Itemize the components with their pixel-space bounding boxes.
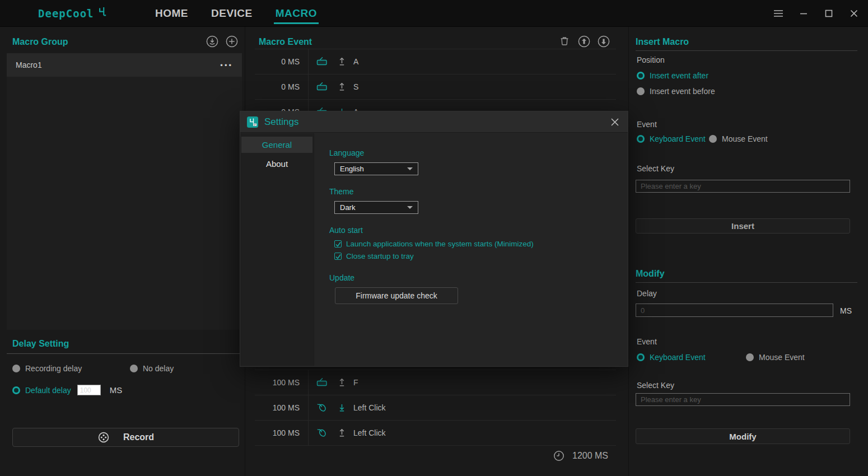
close-icon[interactable] bbox=[848, 7, 860, 20]
logo-mark-icon bbox=[98, 5, 107, 22]
keyboard-icon bbox=[315, 376, 330, 390]
key-press-icon bbox=[338, 106, 347, 111]
checkbox-close-to-tray[interactable]: Close startup to tray bbox=[334, 252, 414, 260]
event-key-label: Left Click bbox=[353, 403, 386, 412]
event-delay: 100 MS bbox=[255, 403, 300, 412]
add-macro-icon[interactable] bbox=[225, 35, 239, 48]
nav-tab-device[interactable]: DEVICE bbox=[211, 7, 253, 20]
more-options-icon[interactable]: ••• bbox=[220, 61, 233, 69]
macro-event-row[interactable]: 100 MS F bbox=[255, 370, 616, 395]
macro-event-row[interactable]: 0 MS A bbox=[255, 100, 616, 111]
insert-macro-title: Insert Macro bbox=[636, 37, 689, 47]
radio-no-delay[interactable]: No delay bbox=[130, 364, 174, 373]
radio-label: Recording delay bbox=[25, 364, 82, 373]
checkbox-label: Close startup to tray bbox=[346, 252, 414, 260]
radio-mouse-event-modify[interactable]: Mouse Event bbox=[746, 353, 805, 362]
nav-tab-macro[interactable]: MACRO bbox=[276, 7, 317, 20]
keyboard-icon bbox=[315, 55, 330, 69]
radio-insert-event-after[interactable]: Insert event after bbox=[637, 71, 708, 80]
event-label: Event bbox=[637, 120, 657, 129]
macro-event-row[interactable]: 0 MS S bbox=[255, 74, 616, 100]
total-duration-value: 1200 MS bbox=[572, 451, 608, 461]
maximize-icon[interactable] bbox=[823, 7, 835, 20]
divider bbox=[636, 50, 857, 51]
dialog-close-icon[interactable] bbox=[609, 116, 621, 128]
event-key-label: A bbox=[353, 57, 358, 66]
move-event-down-icon[interactable] bbox=[597, 35, 610, 48]
logo-text: DeepCool bbox=[38, 7, 94, 20]
mouse-icon bbox=[315, 400, 330, 415]
import-macro-icon[interactable] bbox=[206, 35, 219, 48]
app-logo: DeepCool bbox=[38, 0, 107, 27]
radio-icon bbox=[12, 386, 20, 394]
settings-tabs: General About bbox=[240, 133, 314, 366]
radio-icon bbox=[709, 135, 717, 143]
key-release-icon bbox=[338, 56, 347, 68]
radio-label: Default delay bbox=[25, 386, 71, 395]
radio-default-delay[interactable]: Default delay MS bbox=[12, 385, 122, 395]
language-label: Language bbox=[329, 148, 364, 157]
delete-event-icon[interactable] bbox=[558, 35, 571, 48]
panel-divider bbox=[628, 27, 629, 476]
radio-icon bbox=[637, 72, 645, 80]
nav-tab-home[interactable]: HOME bbox=[155, 7, 188, 20]
radio-icon bbox=[130, 365, 138, 372]
delay-unit-label: MS bbox=[110, 385, 123, 395]
clock-icon bbox=[553, 450, 564, 461]
macro-list-item[interactable]: Macro1 ••• bbox=[7, 53, 242, 77]
menu-icon[interactable] bbox=[772, 7, 785, 20]
record-reel-icon bbox=[97, 431, 110, 444]
record-button[interactable]: Record bbox=[12, 428, 239, 447]
theme-value: Dark bbox=[340, 203, 355, 212]
event-delay: 0 MS bbox=[255, 57, 300, 66]
main-nav: HOME DEVICE MACRO bbox=[155, 0, 317, 27]
settings-dialog: Settings General About Language English … bbox=[240, 111, 628, 367]
record-label: Record bbox=[123, 432, 154, 442]
macro-group-list: Macro1 ••• bbox=[7, 53, 242, 330]
settings-dialog-titlebar: Settings bbox=[240, 111, 628, 133]
autostart-label: Auto start bbox=[329, 226, 363, 235]
radio-icon bbox=[637, 135, 645, 143]
macro-event-list-top: 0 MS A 0 MS S 0 MS bbox=[255, 49, 616, 111]
radio-insert-event-before[interactable]: Insert event before bbox=[637, 87, 715, 96]
delay-unit-label: MS bbox=[840, 306, 852, 315]
app-window: DeepCool HOME DEVICE MACRO bbox=[0, 0, 868, 476]
firmware-update-button[interactable]: Firmware update check bbox=[335, 287, 458, 304]
event-delay: 100 MS bbox=[255, 378, 300, 387]
delay-setting-title: Delay Setting bbox=[12, 339, 69, 349]
insert-button[interactable]: Insert bbox=[636, 218, 850, 234]
checkbox-launch-on-startup[interactable]: Launch applications when the system star… bbox=[334, 240, 534, 248]
radio-icon bbox=[637, 353, 645, 361]
macro-event-title: Macro Event bbox=[259, 37, 312, 47]
radio-keyboard-event-modify[interactable]: Keyboard Event bbox=[637, 353, 706, 362]
radio-keyboard-event[interactable]: Keyboard Event bbox=[637, 134, 706, 143]
event-key-label: F bbox=[353, 378, 358, 387]
macro-event-row[interactable]: 100 MS Left Click bbox=[255, 395, 616, 421]
default-delay-input[interactable] bbox=[77, 385, 101, 395]
theme-select[interactable]: Dark bbox=[334, 201, 418, 214]
event-key-label: Left Click bbox=[353, 428, 386, 437]
modify-key-input[interactable] bbox=[636, 393, 850, 406]
radio-icon bbox=[746, 353, 754, 361]
tab-about[interactable]: About bbox=[241, 156, 312, 172]
radio-label: No delay bbox=[143, 364, 174, 373]
language-select[interactable]: English bbox=[334, 162, 418, 175]
move-event-up-icon[interactable] bbox=[577, 35, 591, 48]
tab-general[interactable]: General bbox=[241, 137, 312, 153]
select-key-label: Select Key bbox=[637, 381, 674, 390]
macro-event-row[interactable]: 100 MS Left Click bbox=[255, 421, 616, 446]
modify-delay-input[interactable] bbox=[636, 304, 833, 317]
radio-label: Keyboard Event bbox=[650, 134, 706, 143]
total-duration: 1200 MS bbox=[553, 450, 608, 461]
keyboard-icon bbox=[315, 105, 330, 111]
minimize-icon[interactable] bbox=[797, 7, 810, 20]
macro-event-row[interactable]: 0 MS A bbox=[255, 49, 616, 74]
macro-group-title: Macro Group bbox=[12, 37, 68, 47]
insert-key-input[interactable] bbox=[636, 180, 850, 193]
radio-recording-delay[interactable]: Recording delay bbox=[12, 364, 82, 373]
delay-label: Delay bbox=[637, 289, 657, 298]
radio-mouse-event[interactable]: Mouse Event bbox=[709, 134, 768, 143]
modify-button[interactable]: Modify bbox=[636, 428, 850, 444]
settings-dialog-title: Settings bbox=[264, 116, 298, 128]
position-label: Position bbox=[637, 55, 665, 64]
